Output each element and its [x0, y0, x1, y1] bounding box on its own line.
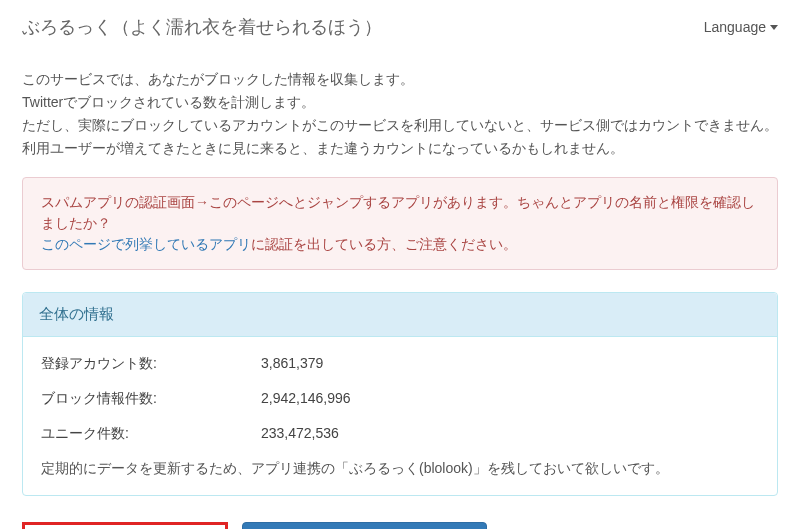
- intro-line: このサービスでは、あなたがブロックした情報を収集します。: [22, 69, 778, 90]
- page-title: ぶろるっく（よく濡れ衣を着せられるほう）: [22, 14, 382, 41]
- warning-alert: スパムアプリの認証画面→このページへとジャンプするアプリがあります。ちゃんとアプ…: [22, 177, 778, 270]
- stat-value: 233,472,536: [261, 423, 411, 444]
- stat-value: 2,942,146,996: [261, 388, 411, 409]
- intro-text: このサービスでは、あなたがブロックした情報を収集します。 Twitterでブロッ…: [22, 69, 778, 159]
- stats-panel-title: 全体の情報: [23, 293, 777, 337]
- alert-apps-link[interactable]: このページで列挙しているアプリ: [41, 236, 251, 252]
- login-highlight: ログインして数えてみる: [22, 522, 228, 530]
- alert-line-2-after: に認証を出している方、ご注意ください。: [251, 236, 517, 252]
- stat-label: ブロック情報件数:: [41, 388, 261, 409]
- stat-row: ブロック情報件数: 2,942,146,996: [41, 388, 759, 409]
- chevron-down-icon: [770, 25, 778, 30]
- stats-panel: 全体の情報 登録アカウント数: 3,861,379 ブロック情報件数: 2,94…: [22, 292, 778, 496]
- button-row: ログインして数えてみる 接待モード(被ブロック情報は見ません): [22, 522, 778, 530]
- stat-label: 登録アカウント数:: [41, 353, 261, 374]
- stat-label: ユニーク件数:: [41, 423, 261, 444]
- intro-line: Twitterでブロックされている数を計測します。: [22, 92, 778, 113]
- intro-line: 利用ユーザーが増えてきたときに見に来ると、また違うカウントになっているかもしれま…: [22, 138, 778, 159]
- alert-line-1: スパムアプリの認証画面→このページへとジャンプするアプリがあります。ちゃんとアプ…: [41, 192, 759, 234]
- stats-note: 定期的にデータを更新するため、アプリ連携の「ぶろるっく(blolook)」を残し…: [41, 458, 759, 479]
- spectator-mode-button[interactable]: 接待モード(被ブロック情報は見ません): [242, 522, 487, 530]
- alert-line-2: このページで列挙しているアプリに認証を出している方、ご注意ください。: [41, 234, 759, 255]
- intro-line: ただし、実際にブロックしているアカウントがこのサービスを利用していないと、サービ…: [22, 115, 778, 136]
- language-dropdown[interactable]: Language: [704, 17, 778, 38]
- stat-row: ユニーク件数: 233,472,536: [41, 423, 759, 444]
- stat-value: 3,861,379: [261, 353, 411, 374]
- stat-row: 登録アカウント数: 3,861,379: [41, 353, 759, 374]
- language-label: Language: [704, 17, 766, 38]
